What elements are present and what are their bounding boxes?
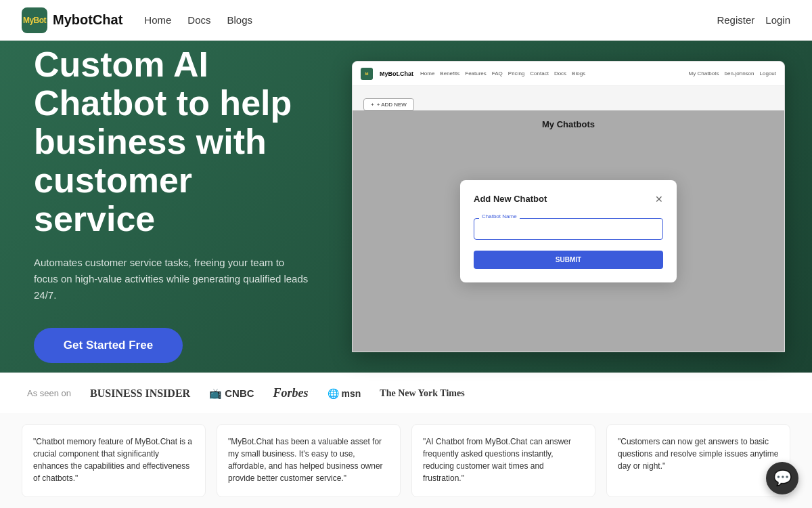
get-started-button[interactable]: Get Started Free (34, 328, 183, 363)
nav-left: MyBot MybotChat Home Docs Blogs (22, 7, 252, 33)
testimonial-card-3: "AI Chatbot from MyBot.Chat can answer f… (411, 424, 595, 497)
nav-docs[interactable]: Docs (187, 14, 210, 26)
cnbc-logo: 📺 CNBC (209, 387, 254, 400)
media-logos: BUSINESS INSIDER 📺 CNBC Forbes 🌐 msn The… (90, 386, 785, 400)
testimonial-card-4: "Customers can now get answers to basic … (606, 424, 790, 497)
testimonial-card-2: "MyBot.Chat has been a valuable asset fo… (217, 424, 401, 497)
chat-widget-button[interactable]: 💬 (766, 462, 798, 494)
msn-logo: 🌐 msn (328, 388, 361, 399)
preview-logout: Logout (760, 70, 776, 77)
preview-nav-right: My Chatbots ben-johnson Logout (689, 70, 776, 77)
preview-modal-title: Add New Chatbot (474, 194, 547, 204)
preview-modal: Add New Chatbot ✕ Chatbot Name SUBMIT (460, 180, 677, 282)
preview-nav-home: Home (420, 70, 434, 77)
brand-name: MybotChat (53, 12, 122, 28)
preview-body: + + ADD NEW My Chatbots Add New Chatbot … (353, 86, 784, 352)
preview-nav-pricing: Pricing (508, 70, 524, 77)
register-button[interactable]: Register (717, 14, 754, 26)
hero-section: Custom AI Chatbot to help business with … (0, 41, 812, 373)
preview-field-label: Chatbot Name (479, 213, 520, 219)
chat-icon: 💬 (773, 469, 792, 487)
preview-submit-button[interactable]: SUBMIT (474, 251, 663, 269)
preview-chatbot-name-field: Chatbot Name (474, 218, 663, 240)
preview-logo-icon: M (361, 68, 373, 80)
hero-left: Custom AI Chatbot to help business with … (0, 41, 338, 373)
preview-brand: MyBot.Chat (380, 70, 413, 77)
testimonial-text-3: "AI Chatbot from MyBot.Chat can answer f… (423, 436, 584, 484)
preview-window: M MyBot.Chat Home Benefits Features FAQ … (352, 61, 785, 352)
preview-nav-blogs: Blogs (572, 70, 585, 77)
hero-right: M MyBot.Chat Home Benefits Features FAQ … (338, 41, 812, 373)
nav-links: Home Docs Blogs (144, 14, 252, 26)
login-button[interactable]: Login (765, 14, 790, 26)
nav-right: Register Login (717, 14, 790, 26)
preview-nav-links: Home Benefits Features FAQ Pricing Conta… (420, 70, 585, 77)
hero-description: Automates customer service tasks, freein… (34, 255, 311, 303)
forbes-logo: Forbes (273, 386, 309, 400)
preview-nav-contact: Contact (530, 70, 549, 77)
nav-home[interactable]: Home (144, 14, 171, 26)
logo-icon-text: MyBot (23, 16, 46, 25)
preview-nav-features: Features (465, 70, 487, 77)
preview-nav: M MyBot.Chat Home Benefits Features FAQ … (353, 62, 784, 86)
as-seen-label: As seen on (27, 388, 71, 398)
preview-modal-close-button[interactable]: ✕ (655, 194, 663, 205)
preview-nav-docs: Docs (554, 70, 566, 77)
hero-title: Custom AI Chatbot to help business with … (34, 45, 311, 239)
preview-my-chatbots: My Chatbots (689, 70, 719, 77)
preview-add-new-button[interactable]: + + ADD NEW (363, 98, 414, 111)
preview-modal-header: Add New Chatbot ✕ (474, 194, 663, 205)
nav-blogs[interactable]: Blogs (227, 14, 253, 26)
logo-wrap: MyBot MybotChat (22, 7, 122, 33)
testimonial-text-1: "Chatbot memory feature of MyBot.Chat is… (33, 436, 194, 484)
add-new-label: + ADD NEW (377, 102, 407, 108)
testimonials-section: "Chatbot memory feature of MyBot.Chat is… (0, 413, 812, 508)
testimonial-card-1: "Chatbot memory feature of MyBot.Chat is… (22, 424, 206, 497)
plus-icon: + (371, 102, 374, 108)
navbar: MyBot MybotChat Home Docs Blogs Register… (0, 0, 812, 41)
preview-modal-overlay: Add New Chatbot ✕ Chatbot Name SUBMIT (353, 110, 784, 352)
preview-nav-benefits: Benefits (440, 70, 459, 77)
testimonial-text-2: "MyBot.Chat has been a valuable asset fo… (228, 436, 389, 484)
new-york-times-logo: The New York Times (380, 388, 464, 399)
logo-icon: MyBot (22, 7, 47, 33)
preview-chatbot-name-input[interactable] (474, 218, 663, 240)
preview-username: ben-johnson (724, 70, 754, 77)
preview-nav-faq: FAQ (492, 70, 503, 77)
testimonial-text-4: "Customers can now get answers to basic … (618, 436, 779, 472)
business-insider-logo: BUSINESS INSIDER (90, 387, 190, 400)
no-credit-card-label: No credit card required (34, 371, 311, 381)
